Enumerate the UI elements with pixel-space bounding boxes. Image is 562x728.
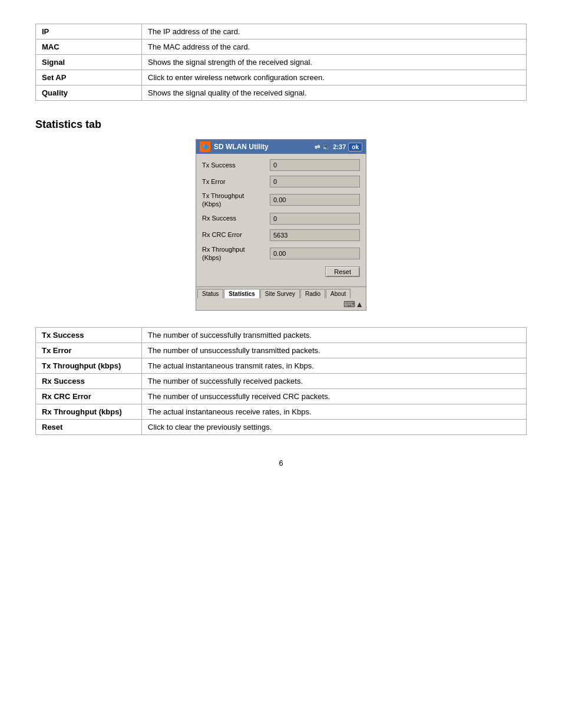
screen-content: Tx Success0Tx Error0Tx Throughput (Kbps)…	[196, 154, 366, 286]
row-description: The number of successfully received pack…	[142, 374, 527, 389]
table-row: Rx CRC ErrorThe number of unsuccessfully…	[36, 389, 527, 404]
form-label: Tx Error	[202, 177, 270, 186]
form-label: Rx CRC Error	[202, 230, 270, 239]
row-description: Click to clear the previously settings.	[142, 420, 527, 435]
signal-icon: ⇌	[315, 143, 320, 151]
tab-footer: ⌨▲	[196, 298, 366, 310]
row-label: Rx Throughput (kbps)	[36, 404, 142, 420]
app-icon: 🔷	[200, 141, 210, 152]
table-row: Rx SuccessThe number of successfully rec…	[36, 374, 527, 389]
row-description: The actual instantaneous receive rates, …	[142, 404, 527, 420]
title-bar: 🔷 SD WLAN Utility ⇌ 🔈 2:37 ok	[196, 140, 366, 154]
row-label: IP	[36, 24, 142, 39]
table-row: Set APClick to enter wireless network co…	[36, 70, 527, 85]
bottom-description-table: Tx SuccessThe number of successfully tra…	[35, 327, 527, 435]
row-description: Shows the signal strength of the receive…	[142, 55, 527, 70]
tab-item[interactable]: Site Survey	[260, 289, 300, 298]
row-description: Click to enter wireless network configur…	[142, 70, 527, 85]
ok-button[interactable]: ok	[348, 143, 362, 151]
row-description: The actual instantaneous transmit rates,…	[142, 358, 527, 374]
table-row: Rx Throughput (kbps)The actual instantan…	[36, 404, 527, 420]
row-label: Rx CRC Error	[36, 389, 142, 404]
form-row: Tx Success0	[202, 159, 360, 172]
title-bar-right: ⇌ 🔈 2:37 ok	[315, 143, 362, 151]
row-label: Tx Error	[36, 343, 142, 358]
form-row: Rx CRC Error5633	[202, 229, 360, 242]
form-value: 0	[270, 159, 360, 171]
screenshot-wrapper: 🔷 SD WLAN Utility ⇌ 🔈 2:37 ok Tx Success…	[35, 139, 527, 311]
row-label: Quality	[36, 85, 142, 101]
form-label: Rx Success	[202, 214, 270, 222]
table-row: Tx ErrorThe number of unsuccessfully tra…	[36, 343, 527, 358]
row-label: Rx Success	[36, 374, 142, 389]
form-value: 0.00	[270, 194, 360, 206]
row-description: The MAC address of the card.	[142, 39, 527, 55]
table-row: ResetClick to clear the previously setti…	[36, 420, 527, 435]
tab-item[interactable]: Status	[197, 289, 223, 298]
page-number: 6	[35, 459, 527, 467]
form-value: 0.00	[270, 248, 360, 259]
reset-row: Reset	[202, 266, 360, 277]
tab-item[interactable]: About	[326, 289, 351, 298]
row-label: Signal	[36, 55, 142, 70]
row-description: The number of unsuccessfully received CR…	[142, 389, 527, 404]
form-label: Tx Success	[202, 161, 270, 169]
row-label: Tx Throughput (kbps)	[36, 358, 142, 374]
table-row: SignalShows the signal strength of the r…	[36, 55, 527, 70]
tab-item[interactable]: Statistics	[224, 289, 259, 298]
row-label: Set AP	[36, 70, 142, 85]
keyboard-icon: ⌨▲	[343, 299, 363, 309]
time-display: 2:37	[333, 143, 346, 150]
top-reference-table: IPThe IP address of the card.MACThe MAC …	[35, 24, 527, 101]
volume-icon: 🔈	[322, 143, 330, 151]
form-row: Tx Error0	[202, 175, 360, 188]
tab-bar: StatusStatisticsSite SurveyRadioAbout	[196, 286, 366, 298]
row-label: MAC	[36, 39, 142, 55]
reset-button[interactable]: Reset	[325, 266, 360, 277]
table-row: QualityShows the signal quality of the r…	[36, 85, 527, 101]
row-description: The number of unsuccessfully transmitted…	[142, 343, 527, 358]
form-label: Tx Throughput (Kbps)	[202, 192, 270, 209]
section-title: Statistics tab	[35, 118, 527, 131]
table-row: MACThe MAC address of the card.	[36, 39, 527, 55]
form-row: Rx Throughput (Kbps)0.00	[202, 245, 360, 262]
form-label: Rx Throughput (Kbps)	[202, 245, 270, 262]
form-value: 0	[270, 213, 360, 225]
row-description: The number of successfully transmitted p…	[142, 328, 527, 343]
row-label: Tx Success	[36, 328, 142, 343]
form-value: 5633	[270, 229, 360, 241]
row-label: Reset	[36, 420, 142, 435]
row-description: The IP address of the card.	[142, 24, 527, 39]
row-description: Shows the signal quality of the received…	[142, 85, 527, 101]
form-row: Tx Throughput (Kbps)0.00	[202, 192, 360, 209]
device-screen: 🔷 SD WLAN Utility ⇌ 🔈 2:37 ok Tx Success…	[196, 139, 366, 311]
table-row: Tx Throughput (kbps)The actual instantan…	[36, 358, 527, 374]
table-row: Tx SuccessThe number of successfully tra…	[36, 328, 527, 343]
form-value: 0	[270, 176, 360, 187]
form-row: Rx Success0	[202, 212, 360, 225]
table-row: IPThe IP address of the card.	[36, 24, 527, 39]
tab-item[interactable]: Radio	[300, 289, 325, 298]
app-name: SD WLAN Utility	[214, 143, 311, 151]
